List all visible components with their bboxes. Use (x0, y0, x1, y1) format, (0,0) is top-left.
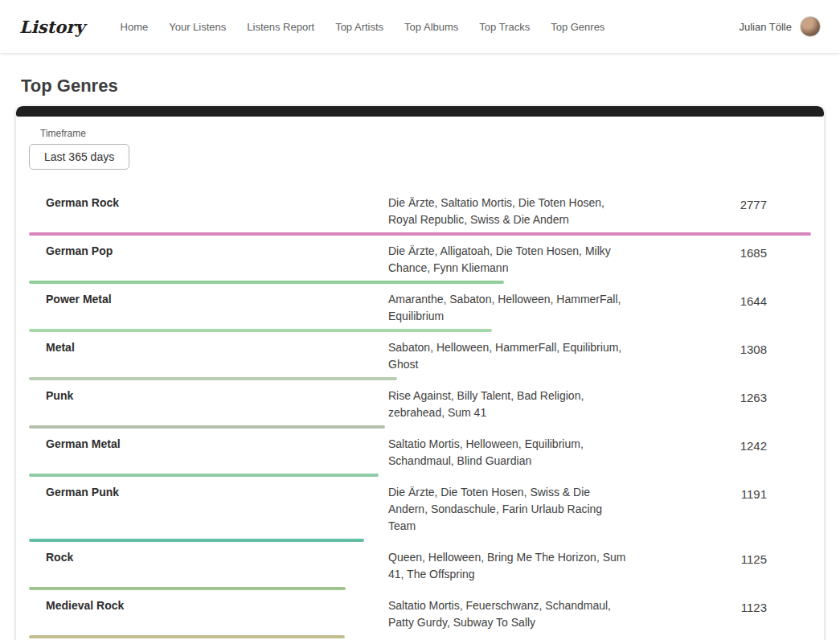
genre-count: 1308 (629, 339, 811, 356)
top-navigation-bar: Listory Home Your Listens Listens Report… (0, 0, 840, 53)
top-genres-card: Timeframe Last 365 days German Rock Die … (16, 106, 824, 640)
genre-name: Metal (29, 339, 388, 354)
genre-count: 2777 (629, 195, 811, 211)
genre-count: 1125 (629, 549, 811, 566)
genre-row[interactable]: Punk Rise Against, Billy Talent, Bad Rel… (29, 380, 811, 429)
user-menu[interactable]: Julian Tölle (739, 16, 821, 37)
genre-count: 1685 (629, 243, 811, 260)
genre-count: 1123 (629, 597, 811, 614)
genre-row[interactable]: Medieval Rock Saltatio Mortis, Feuerschw… (29, 590, 811, 638)
genre-row[interactable]: German Punk Die Ärzte, Die Toten Hosen, … (29, 477, 811, 542)
genre-artists: Die Ärzte, Die Toten Hosen, Swiss & Die … (388, 484, 629, 535)
app-logo[interactable]: Listory (19, 17, 85, 37)
timeframe-select[interactable]: Last 365 days (29, 144, 129, 170)
genre-count: 1242 (629, 436, 811, 453)
genre-artists: Amaranthe, Sabaton, Helloween, HammerFal… (388, 291, 629, 325)
genre-row[interactable]: German Rock Die Ärzte, Saltatio Mortis, … (29, 187, 811, 236)
genre-row[interactable]: Power Metal Amaranthe, Sabaton, Hellowee… (29, 284, 811, 332)
nav-item[interactable]: Listens Report (247, 21, 314, 33)
genre-name: Rock (29, 549, 388, 564)
genre-name: German Punk (29, 484, 388, 498)
genre-count: 1263 (629, 388, 811, 404)
genre-name: Medieval Rock (29, 597, 388, 612)
genre-count: 1191 (629, 484, 811, 501)
nav-item[interactable]: Top Albums (404, 21, 458, 33)
genre-name: Power Metal (29, 291, 388, 306)
genre-artists: Die Ärzte, Alligatoah, Die Toten Hosen, … (388, 243, 629, 277)
nav-item[interactable]: Top Artists (335, 21, 383, 33)
timeframe-filter: Timeframe Last 365 days (16, 117, 824, 187)
genre-artists: Sabaton, Helloween, HammerFall, Equilibr… (388, 339, 629, 373)
genre-row[interactable]: German Pop Die Ärzte, Alligatoah, Die To… (29, 236, 811, 284)
genre-row[interactable]: Metal Sabaton, Helloween, HammerFall, Eq… (29, 332, 811, 380)
genre-row[interactable]: Rock Queen, Helloween, Bring Me The Hori… (29, 542, 811, 590)
genre-name: German Rock (29, 195, 388, 209)
genre-row[interactable]: German Metal Saltatio Mortis, Helloween,… (29, 429, 811, 477)
genre-artists: Saltatio Mortis, Feuerschwanz, Schandmau… (388, 597, 629, 631)
user-avatar[interactable] (800, 16, 821, 37)
genre-name: German Metal (29, 436, 388, 450)
nav-item[interactable]: Top Tracks (479, 21, 530, 33)
genre-table: German Rock Die Ärzte, Saltatio Mortis, … (16, 187, 824, 640)
genre-artists: Queen, Helloween, Bring Me The Horizon, … (388, 549, 629, 583)
genre-name: Punk (29, 388, 388, 402)
user-name: Julian Tölle (739, 21, 792, 33)
main-nav: Home Your Listens Listens Report Top Art… (121, 21, 740, 33)
genre-count: 1644 (629, 291, 811, 308)
timeframe-label: Timeframe (40, 128, 811, 139)
page-title: Top Genres (21, 76, 840, 96)
genre-artists: Die Ärzte, Saltatio Mortis, Die Toten Ho… (388, 195, 629, 228)
genre-artists: Rise Against, Billy Talent, Bad Religion… (388, 388, 629, 421)
horizontal-scrollbar[interactable] (16, 106, 824, 117)
nav-item[interactable]: Home (121, 21, 149, 33)
genre-name: German Pop (29, 243, 388, 257)
nav-item[interactable]: Top Genres (551, 21, 604, 33)
genre-artists: Saltatio Mortis, Helloween, Equilibrium,… (388, 436, 629, 470)
nav-item[interactable]: Your Listens (169, 21, 226, 33)
